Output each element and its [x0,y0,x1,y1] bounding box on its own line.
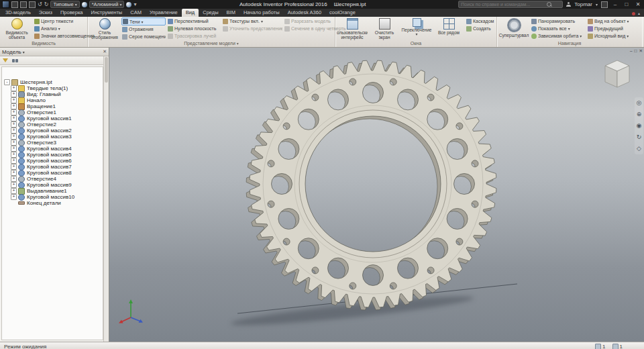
pan-icon[interactable]: ⊕ [637,111,642,117]
tree-expander[interactable]: + [11,146,17,152]
ribbon-tab[interactable]: BIM [223,9,239,17]
ribbon-tab[interactable]: CAM [126,9,146,17]
tree-item[interactable]: +Вид: Главный [2,91,103,97]
tree-item[interactable]: +Круговой массив2 [2,128,103,134]
graphics-viewport[interactable]: – □ ✕ ◎ ⊕ ◉ ↻ ◇ [109,48,644,342]
appearance-ball-icon[interactable] [126,2,131,7]
tree-item[interactable]: +Круговой массив10 [2,194,103,200]
full-navigation-wheel-icon[interactable]: ◎ [637,100,642,106]
orbit-icon[interactable]: ↻ [637,134,642,140]
tree-item[interactable]: +Твердые тела(1) [2,85,103,91]
tree-item[interactable]: +Круговой массив7 [2,164,103,170]
account-name[interactable]: Topmar [574,1,592,7]
tree-item[interactable]: +Круговой массив1 [2,115,103,121]
tree-expander[interactable]: + [11,97,17,103]
chevron-down-icon[interactable]: ▾ [23,50,25,54]
tree-item[interactable]: +Круговой массив3 [2,134,103,140]
minimize-button[interactable]: – [611,1,619,9]
environment-dropdown[interactable]: Серое помещение ▾ [121,33,166,40]
tree-expander[interactable]: + [11,121,17,128]
material-dropdown[interactable]: *Алюминий ▾ [89,1,125,8]
tree-expander[interactable]: + [11,128,17,134]
pan-item[interactable]: Панорамировать [531,17,586,25]
switch-windows-button[interactable]: Переключение ▾ [401,17,432,40]
tree-item[interactable]: +Круговой массив5 [2,152,103,158]
redo-icon[interactable]: ↻ [44,1,49,7]
gear-front-face[interactable] [250,60,496,307]
clean-screen-button[interactable]: Очистить экран [369,17,400,40]
search-input[interactable] [461,2,547,7]
filter-icon[interactable] [3,58,8,62]
cascade-item[interactable]: Каскадом [466,17,494,25]
home-view-item[interactable]: Исходный вид ▾ [587,32,639,40]
ribbon-collapse-icon[interactable]: ▴ [638,10,640,17]
tile-windows-button[interactable]: Все рядом [433,17,464,40]
steering-wheel-button[interactable]: Суперштурвал [498,17,529,40]
tree-item[interactable]: +Круговой массив4 [2,146,103,152]
doc-minimize-icon[interactable]: – [630,48,633,54]
new-window-item[interactable]: Создать [466,25,494,32]
tree-item[interactable]: +Отверстие2 [2,121,103,128]
tree-item[interactable]: +Отверстие1 [2,109,103,115]
tree-expander[interactable]: + [11,109,17,115]
tree-item[interactable]: +Конец детали [2,200,103,206]
doc-restore-icon[interactable]: □ [635,48,637,54]
tree-expander[interactable]: + [11,170,17,176]
ribbon-tab[interactable]: Autodesk A360 [284,9,325,17]
tree-expander[interactable]: + [11,140,17,146]
ribbon-tab[interactable]: Вид [182,9,199,17]
ground-plane-toggle[interactable]: Нулевая плоскость [167,25,221,32]
ribbon-tab[interactable]: 3D-модель [1,9,35,17]
previous-view-item[interactable]: Предыдущий [587,25,639,32]
ribbon-tab[interactable]: Эскиз [35,9,56,17]
tree-expander[interactable]: + [11,164,17,170]
open-file-icon[interactable] [20,1,27,8]
tree-item[interactable]: +Круговой массив9 [2,182,103,188]
panel-label-navigate[interactable]: Навигация [497,40,642,47]
new-file-icon[interactable] [11,1,18,8]
app-icon[interactable] [2,1,9,8]
tree-expander[interactable]: + [11,152,17,158]
autoconstrain-glyphs-item[interactable]: Значки автосовмещения [34,32,95,40]
tree-expander[interactable]: - [4,79,10,85]
tree-expander[interactable]: + [11,194,17,200]
ribbon-tab[interactable]: Проверка [56,9,87,17]
find-icon[interactable] [12,59,15,62]
scene-canvas[interactable] [109,48,644,342]
undo-icon[interactable]: ↺ [38,1,42,7]
user-interface-button[interactable]: Пользовательский интерфейс ▾ [337,17,368,40]
ribbon-tab[interactable]: coolOrange [325,9,360,17]
object-visibility-button[interactable]: Видимость объекта [1,17,32,40]
tree-expander[interactable]: + [11,188,17,194]
shadows-dropdown[interactable]: Тени ▾ [121,17,166,26]
tree-expander[interactable]: + [11,115,17,121]
ribbon-tab[interactable]: Инструменты [87,9,127,17]
browser-header[interactable]: Модель ▾ ✕ [0,48,109,56]
tree-item[interactable]: -Шестерня.ipt [2,79,103,85]
constrained-orbit-item[interactable]: Зависимая орбита ▾ [531,32,586,40]
tree-expander[interactable]: + [11,134,17,140]
tree-item[interactable]: +Отверстие3 [2,140,103,146]
ribbon-tab[interactable]: Управление [146,9,182,17]
scrollbar-thumb[interactable] [105,57,108,83]
save-icon[interactable] [29,1,36,8]
center-of-gravity-item[interactable]: Центр тяжести [34,17,95,25]
help-search-box[interactable] [458,1,563,8]
look-at-item[interactable]: Вид на объект ▾ [587,17,639,25]
panel-label-model-appearance[interactable]: Представление модели ▾ [88,40,335,47]
textures-dropdown[interactable]: Текстуры вкл. ▾ [222,17,282,25]
tree-expander[interactable]: + [11,85,17,91]
reflections-toggle[interactable]: Отражения [121,26,166,33]
ribbon-tab[interactable]: Среды [199,9,222,17]
analysis-item[interactable]: Анализ ▾ [34,25,95,32]
styles-dropdown[interactable]: Типовые ▾ [50,1,79,8]
zoom-icon[interactable]: ◉ [637,123,642,129]
search-icon[interactable] [547,2,551,7]
browser-scrollbar[interactable] [103,56,109,342]
chevron-down-icon[interactable]: ▾ [596,2,598,7]
panel-label-windows[interactable]: Окна [335,40,496,47]
tree-expander[interactable]: + [11,91,17,97]
tree-item[interactable]: +Круговой массив6 [2,158,103,164]
tree-item[interactable]: +Начало [2,97,103,103]
view-cube[interactable] [600,56,635,95]
